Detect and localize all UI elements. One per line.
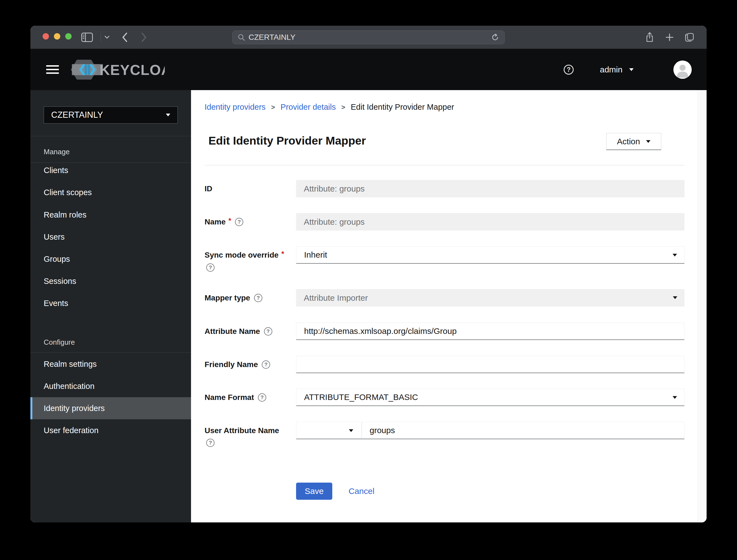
search-icon [237,33,245,41]
sidebar-toggle-icon[interactable] [80,26,95,49]
breadcrumb-separator: > [271,103,275,111]
keycloak-logo: KEYCLOAK [71,60,165,80]
help-icon[interactable]: ? [564,65,574,75]
mapper-type-help-icon[interactable]: ? [254,294,262,302]
share-icon[interactable] [643,26,656,49]
attribute-name-label: Attribute Name ? [205,323,272,340]
forward-button[interactable] [138,26,150,49]
chevron-down-icon [673,254,677,257]
chevron-down-icon [646,140,650,143]
user-attribute-name-input[interactable]: groups [362,422,684,439]
breadcrumb: Identity providers > Provider details > … [205,103,454,112]
sidebar-item-identity-providers[interactable]: Identity providers [30,397,191,419]
sidebar-item-groups[interactable]: Groups [30,248,191,270]
page-title: Edit Identity Provider Mapper [208,134,366,147]
friendly-name-help-icon[interactable]: ? [262,360,270,369]
nav-group-configure-label: Configure [44,338,75,347]
name-format-help-icon[interactable]: ? [258,393,266,402]
chevron-down-icon [349,429,353,432]
close-window-button[interactable] [43,33,49,40]
tab-overview-icon[interactable] [683,26,696,49]
sidebar-nav: CZERTAINLY Manage Clients Client scopes … [30,90,191,522]
sidebar-item-user-federation[interactable]: User federation [30,419,191,441]
name-help-icon[interactable]: ? [235,218,243,226]
sidebar-item-users[interactable]: Users [30,226,191,248]
chevron-down-icon[interactable] [103,26,111,49]
scrollbar-gutter[interactable] [697,90,707,522]
active-item-accent [30,397,32,419]
chevron-down-icon [673,296,677,299]
user-attribute-type-select[interactable] [296,422,362,439]
breadcrumb-current: Edit Identity Provider Mapper [351,103,454,112]
id-input: Attribute: groups [296,180,684,197]
avatar[interactable] [673,61,692,79]
sidebar-item-events[interactable]: Events [30,292,191,314]
keycloak-brand-text: KEYCLOAK [100,62,165,78]
id-field-label: ID [205,180,212,197]
user-menu[interactable]: admin [600,49,634,90]
new-tab-icon[interactable] [663,26,676,49]
sidebar-item-authentication[interactable]: Authentication [30,375,191,397]
sidebar-divider [30,352,191,353]
friendly-name-label: Friendly Name ? [205,356,270,373]
sidebar-item-client-scopes[interactable]: Client scopes [30,181,191,203]
required-marker: * [228,216,231,225]
address-bar-text: CZERTAINLY [249,33,491,42]
name-format-select[interactable]: ATTRIBUTE_FORMAT_BASIC [296,389,684,406]
browser-window: CZERTAINLY [30,26,707,522]
user-attribute-name-label: User Attribute Name [205,422,279,439]
mapper-type-label: Mapper type ? [205,289,262,307]
chevron-down-icon [629,68,634,71]
user-menu-label: admin [600,65,623,74]
breadcrumb-separator: > [341,103,345,111]
sidebar-item-realm-roles[interactable]: Realm roles [30,204,191,226]
chevron-down-icon [673,396,677,399]
save-button[interactable]: Save [296,483,332,500]
attribute-name-help-icon[interactable]: ? [264,327,272,336]
user-attribute-name-help-icon[interactable]: ? [206,439,215,447]
back-button[interactable] [118,26,131,49]
sync-mode-override-label: Sync mode override * [205,246,284,264]
sync-mode-help-icon[interactable]: ? [206,263,215,272]
breadcrumb-provider-details[interactable]: Provider details [281,103,336,112]
required-marker: * [281,250,284,258]
attribute-name-input[interactable]: http://schemas.xmlsoap.org/claims/Group [296,323,684,340]
cancel-button[interactable]: Cancel [349,486,374,496]
mapper-type-select: Attribute Importer [296,289,684,307]
realm-selector-label: CZERTAINLY [51,110,166,120]
breadcrumb-identity-providers[interactable]: Identity providers [205,103,266,112]
name-field-label: Name * ? [205,213,243,231]
zoom-window-button[interactable] [65,33,72,40]
toolbar-separator [101,33,101,42]
sidebar-item-sessions[interactable]: Sessions [30,270,191,292]
sidebar-item-clients[interactable]: Clients [30,159,191,181]
sidebar-divider [30,136,191,136]
name-format-label: Name Format ? [205,389,266,406]
reload-icon[interactable] [491,33,500,41]
section-divider [205,165,684,165]
name-input: Attribute: groups [296,213,684,231]
nav-toggle-button[interactable] [46,65,59,74]
keycloak-masthead: KEYCLOAK ? admin [30,49,707,90]
main-content: Identity providers > Provider details > … [191,90,707,522]
action-dropdown-button[interactable]: Action [606,133,661,150]
nav-group-manage-label: Manage [44,148,70,156]
friendly-name-input[interactable] [296,356,684,373]
address-bar[interactable]: CZERTAINLY [232,30,505,44]
realm-selector[interactable]: CZERTAINLY [44,106,178,124]
browser-toolbar: CZERTAINLY [30,26,707,49]
sidebar-item-realm-settings[interactable]: Realm settings [30,353,191,375]
minimize-window-button[interactable] [54,33,60,40]
sync-mode-select[interactable]: Inherit [296,246,684,264]
chevron-down-icon [166,114,170,116]
